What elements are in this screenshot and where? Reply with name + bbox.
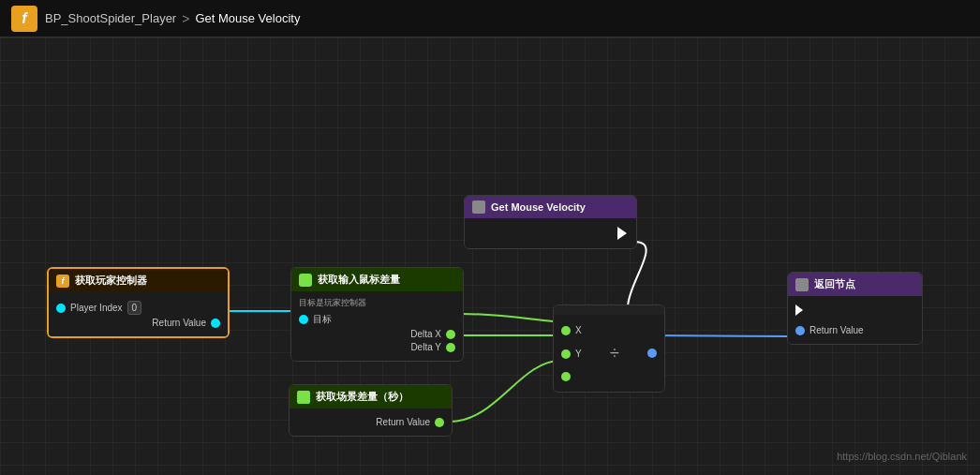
function-icon: f [297, 391, 310, 404]
node-header: f 获取玩家控制器 [49, 269, 228, 292]
node-get-player-controller[interactable]: f 获取玩家控制器 Player Index 0 Return Value [47, 267, 230, 338]
pin-dot [299, 315, 308, 324]
topbar: f BP_ShootSpider_Player > Get Mouse Velo… [0, 0, 980, 37]
pin-dot-cyan [56, 304, 66, 313]
function-icon: f [56, 275, 69, 288]
pin-label: Y [575, 349, 582, 359]
node-body: 目标是玩家控制器 目标 Delta X Delta Y [291, 291, 463, 361]
pin-x: X [561, 325, 582, 335]
node-get-mouse-velocity[interactable]: Get Mouse Velocity [464, 195, 637, 249]
node-title: 获取输入鼠标差量 [318, 273, 400, 287]
pin-dot [647, 349, 657, 358]
node-header [554, 305, 664, 315]
breadcrumb-separator: > [182, 11, 189, 26]
node-header: f 获取场景差量（秒） [290, 385, 452, 408]
node-header: f 获取输入鼠标差量 [291, 268, 463, 291]
pin-label: Return Value [152, 318, 206, 328]
pin-return: Return Value [297, 417, 444, 427]
app-logo: f [11, 6, 37, 32]
node-return[interactable]: 返回节点 Return Value [787, 272, 923, 345]
pin-value[interactable]: 0 [127, 301, 142, 315]
node-title: Get Mouse Velocity [491, 201, 586, 213]
node-get-mouse-delta[interactable]: f 获取输入鼠标差量 目标是玩家控制器 目标 Delta X Delta Y [290, 267, 464, 362]
node-icon [472, 200, 485, 214]
pin-label: Delta Y [410, 342, 441, 352]
function-icon: f [299, 274, 312, 287]
breadcrumb-project[interactable]: BP_ShootSpider_Player [45, 11, 176, 25]
pin-dot [795, 326, 805, 335]
node-math-divide[interactable]: X Y ÷ [553, 304, 665, 393]
pin-dot [561, 349, 571, 359]
pin-dot [446, 330, 455, 339]
blueprint-canvas[interactable]: f 获取玩家控制器 Player Index 0 Return Value f … [0, 37, 980, 475]
node-get-scene-delta[interactable]: f 获取场景差量（秒） Return Value [289, 384, 453, 437]
pin-delta-y: Delta Y [299, 342, 455, 352]
pin-y: Y [561, 349, 582, 359]
node-body: Return Value [788, 296, 922, 344]
pin-dot [561, 326, 571, 335]
pin-player-index: Player Index 0 [56, 301, 220, 315]
node-header: 返回节点 [788, 273, 922, 296]
node-icon [795, 278, 809, 291]
pin-label: Player Index [70, 303, 123, 313]
node-header: Get Mouse Velocity [465, 196, 636, 218]
connections-layer [0, 37, 980, 475]
pin-label: X [575, 325, 582, 335]
pin-target: 目标 [299, 313, 455, 326]
pin-dot-return [211, 319, 220, 328]
pin-return-value: Return Value [56, 318, 220, 328]
pin-exec-in [795, 304, 914, 316]
node-body: X Y ÷ [554, 315, 664, 392]
pin-label: 目标 [313, 313, 332, 326]
watermark: https://blog.csdn.net/Qiblank [837, 451, 967, 462]
pin-dot [446, 343, 455, 352]
node-body [465, 218, 636, 248]
pin-label: Delta X [410, 329, 441, 339]
math-symbol: ÷ [604, 344, 625, 364]
node-body: Return Value [290, 408, 452, 436]
exec-pin-out [616, 227, 629, 240]
pin-delta-x: Delta X [299, 329, 455, 339]
node-subtitle: 目标是玩家控制器 [299, 297, 455, 309]
node-body: Player Index 0 Return Value [49, 292, 228, 336]
pin-exec-out [472, 227, 629, 240]
breadcrumb-current: Get Mouse Velocity [195, 11, 300, 25]
breadcrumb: BP_ShootSpider_Player > Get Mouse Veloci… [45, 11, 300, 26]
node-title: 获取玩家控制器 [75, 274, 147, 288]
pin-return-value: Return Value [795, 325, 914, 335]
node-title: 获取场景差量（秒） [316, 390, 408, 404]
node-title: 返回节点 [814, 277, 855, 291]
pin-dot [561, 372, 571, 381]
pin-out [647, 349, 657, 358]
pin-label: Return Value [809, 325, 864, 335]
pin-dot [435, 418, 444, 427]
pin-z [561, 372, 582, 381]
pin-label: Return Value [376, 417, 430, 427]
